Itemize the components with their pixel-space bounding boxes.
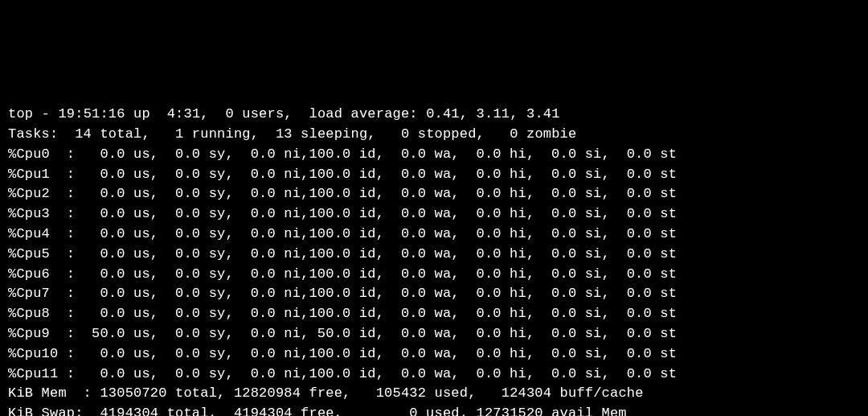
cpu-line: %Cpu9 : 50.0 us, 0.0 sy, 0.0 ni, 50.0 id…: [8, 326, 677, 341]
cpu-line: %Cpu6 : 0.0 us, 0.0 sy, 0.0 ni,100.0 id,…: [8, 266, 677, 282]
cpu-line: %Cpu1 : 0.0 us, 0.0 sy, 0.0 ni,100.0 id,…: [8, 167, 677, 182]
mem-line: KiB Mem : 13050720 total, 12820984 free,…: [8, 385, 644, 401]
tasks-line: Tasks: 14 total, 1 running, 13 sleeping,…: [8, 126, 576, 142]
terminal-output: top - 19:51:16 up 4:31, 0 users, load av…: [8, 84, 860, 416]
cpu-line: %Cpu0 : 0.0 us, 0.0 sy, 0.0 ni,100.0 id,…: [8, 146, 677, 162]
summary-line: top - 19:51:16 up 4:31, 0 users, load av…: [8, 106, 560, 122]
cpu-line: %Cpu7 : 0.0 us, 0.0 sy, 0.0 ni,100.0 id,…: [8, 286, 677, 301]
swap-line: KiB Swap: 4194304 total, 4194304 free, 0…: [8, 406, 635, 416]
cpu-line: %Cpu3 : 0.0 us, 0.0 sy, 0.0 ni,100.0 id,…: [8, 206, 677, 221]
cpu-line: %Cpu4 : 0.0 us, 0.0 sy, 0.0 ni,100.0 id,…: [8, 226, 677, 241]
cpu-line: %Cpu11 : 0.0 us, 0.0 sy, 0.0 ni,100.0 id…: [8, 366, 677, 381]
cpu-line: %Cpu2 : 0.0 us, 0.0 sy, 0.0 ni,100.0 id,…: [8, 186, 677, 201]
cpu-line: %Cpu10 : 0.0 us, 0.0 sy, 0.0 ni,100.0 id…: [8, 346, 677, 361]
cpu-line: %Cpu8 : 0.0 us, 0.0 sy, 0.0 ni,100.0 id,…: [8, 306, 677, 321]
cpu-line: %Cpu5 : 0.0 us, 0.0 sy, 0.0 ni,100.0 id,…: [8, 246, 677, 262]
